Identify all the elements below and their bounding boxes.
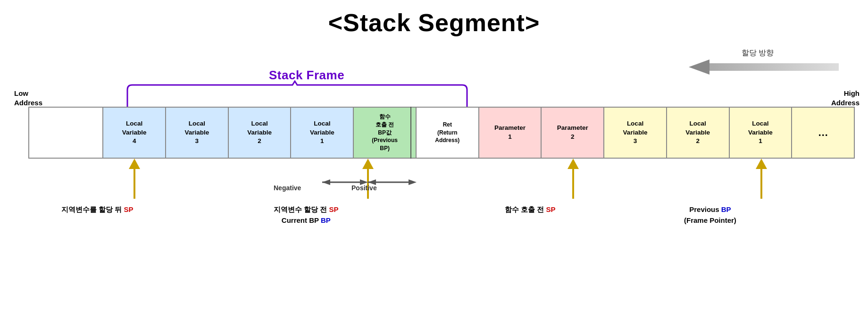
label-sp3: 함수 호출 전 SP <box>505 204 556 215</box>
cell-lv2: LocalVariable2 <box>229 108 292 158</box>
cell-lv1b: LocalVariable1 <box>730 108 793 158</box>
label-bp4-sub: (Frame Pointer) <box>684 216 736 224</box>
label-sp2-bp: BP <box>321 216 331 224</box>
svg-marker-3 <box>129 159 140 169</box>
label-sp2-sp: SP <box>329 205 339 213</box>
label-bp4-bp: BP <box>721 205 731 213</box>
cell-empty <box>29 108 103 158</box>
cell-prev-bp: 함수호출 전BP값(PreviousBP) <box>354 108 417 158</box>
cell-lv3: LocalVariable3 <box>166 108 229 158</box>
label-sp1: 지역변수를 할당 뒤 SP <box>61 204 134 215</box>
cell-ret: Ret(ReturnAddress) <box>417 108 479 158</box>
alloc-direction-arrow <box>689 59 840 76</box>
cell-lv2b: LocalVariable2 <box>667 108 730 158</box>
label-sp1-text: 지역변수를 할당 뒤 <box>61 205 122 213</box>
svg-rect-0 <box>708 63 839 71</box>
high-address-label: HighAddress <box>831 89 860 107</box>
label-bp4: Previous BP (Frame Pointer) <box>684 204 736 226</box>
vert-divider <box>410 107 411 159</box>
negative-label: Negative <box>274 183 301 193</box>
svg-marker-5 <box>362 159 374 169</box>
svg-marker-9 <box>756 159 767 169</box>
label-sp2-bp-text: Current BP <box>282 216 319 224</box>
svg-marker-7 <box>568 159 579 169</box>
positive-label: Positive <box>351 183 377 193</box>
label-sp1-sp: SP <box>124 205 134 213</box>
alloc-arrow-label: 할당 방향 <box>742 48 774 58</box>
low-address-label: LowAddress <box>14 89 42 107</box>
cell-dots: … <box>792 108 854 158</box>
diagram-area: 할당 방향 LowAddress HighAddress Stack Frame… <box>0 42 868 278</box>
page-title: <Stack Segment> <box>0 0 868 42</box>
svg-marker-15 <box>409 179 417 185</box>
cell-lv3b: LocalVariable3 <box>604 108 667 158</box>
svg-marker-1 <box>689 59 709 75</box>
cell-param2: Parameter2 <box>542 108 604 158</box>
label-sp3-sp: SP <box>546 205 556 213</box>
svg-marker-11 <box>322 179 330 185</box>
cell-lv4: LocalVariable4 <box>103 108 166 158</box>
label-sp3-text: 함수 호출 전 <box>505 205 544 213</box>
memory-row: LocalVariable4 LocalVariable3 LocalVaria… <box>28 107 855 159</box>
cell-param1: Parameter1 <box>479 108 542 158</box>
cell-lv1: LocalVariable1 <box>291 108 354 158</box>
label-sp2-text: 지역변수 할당 전 <box>274 205 327 213</box>
label-sp2: 지역변수 할당 전 SP Current BP BP <box>274 204 339 226</box>
label-bp4-prev: Previous <box>689 205 719 213</box>
